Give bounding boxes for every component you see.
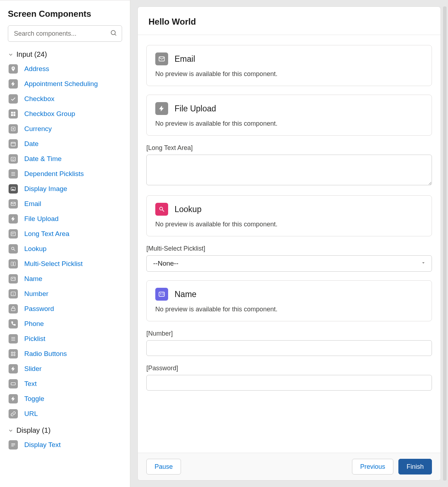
component-item[interactable]: Text <box>9 376 122 391</box>
field-label: [Password] <box>146 365 432 372</box>
svg-rect-19 <box>14 262 15 266</box>
component-label: Date <box>24 140 39 148</box>
phone-icon <box>9 319 18 328</box>
component-label: Dependent Picklists <box>24 170 84 178</box>
currency-icon <box>9 124 18 134</box>
svg-rect-27 <box>11 337 15 337</box>
component-item[interactable]: Checkbox <box>9 91 122 106</box>
svg-point-16 <box>11 247 14 250</box>
component-item[interactable]: Name <box>9 271 122 286</box>
component-item[interactable]: Lookup <box>9 241 122 256</box>
svg-rect-9 <box>11 174 15 174</box>
screen-title: Hello World <box>149 17 430 27</box>
component-item[interactable]: Email <box>9 196 122 211</box>
chevron-down-icon <box>8 52 14 57</box>
preview-block[interactable]: Name No preview is available for this co… <box>146 280 432 321</box>
name-icon <box>9 274 18 283</box>
component-item[interactable]: Radio Buttons <box>9 346 122 361</box>
component-label: File Upload <box>24 215 59 223</box>
bolt-icon <box>9 364 18 373</box>
component-item[interactable]: Display Text <box>9 437 122 452</box>
component-label: Multi-Select Picklist <box>24 260 83 268</box>
component-item[interactable]: Appointment Scheduling <box>9 76 122 91</box>
component-label: Text <box>24 380 37 388</box>
svg-rect-13 <box>11 232 15 236</box>
lookup-icon <box>9 244 18 253</box>
field-label: [Long Text Area] <box>146 144 432 152</box>
component-label: Email <box>24 200 41 208</box>
svg-rect-34 <box>11 383 15 385</box>
component-item[interactable]: Slider <box>9 361 122 376</box>
password-icon <box>9 304 18 313</box>
finish-button[interactable]: Finish <box>398 459 432 475</box>
preview-title: Lookup <box>175 205 201 214</box>
svg-point-30 <box>11 352 13 353</box>
location-icon <box>9 64 18 74</box>
component-item[interactable]: Address <box>9 61 122 76</box>
svg-point-33 <box>14 354 15 356</box>
component-label: Display Text <box>24 441 61 449</box>
long-text-area-input[interactable] <box>146 155 432 185</box>
preview-title: Name <box>175 290 196 299</box>
list-icon <box>9 169 18 179</box>
scrollbar[interactable] <box>443 6 447 481</box>
bolt-icon <box>9 394 18 403</box>
category-head[interactable]: Display (1) <box>0 423 130 437</box>
password-input[interactable] <box>146 375 432 391</box>
component-item[interactable]: 1 Number <box>9 286 122 301</box>
no-preview-message: No preview is available for this compone… <box>155 306 423 313</box>
number-icon: 1 <box>9 289 18 298</box>
multiselect-picklist[interactable]: --None-- <box>146 255 432 272</box>
component-item[interactable]: Multi-Select Picklist <box>9 256 122 271</box>
component-label: Password <box>24 305 54 313</box>
textarea-icon <box>9 229 18 239</box>
component-item[interactable]: Phone <box>9 316 122 331</box>
svg-rect-37 <box>11 446 14 446</box>
component-item[interactable]: Dependent Picklists <box>9 166 122 181</box>
canvas-area: Hello World Email No preview is availabl… <box>130 0 448 487</box>
preview-block[interactable]: Lookup No preview is available for this … <box>146 195 432 236</box>
svg-point-21 <box>12 278 13 279</box>
component-item[interactable]: Password <box>9 301 122 316</box>
svg-rect-36 <box>11 445 15 445</box>
component-item[interactable]: Checkbox Group <box>9 106 122 121</box>
component-label: Picklist <box>24 335 45 343</box>
multiselect-icon <box>9 259 18 268</box>
component-label: Radio Buttons <box>24 350 67 358</box>
preview-block[interactable]: Email No preview is available for this c… <box>146 45 432 86</box>
component-item[interactable]: URL <box>9 406 122 421</box>
screen-footer: Pause Previous Finish <box>138 453 441 480</box>
component-item[interactable]: Display Image <box>9 181 122 196</box>
component-item[interactable]: Picklist <box>9 331 122 346</box>
component-item[interactable]: File Upload <box>9 211 122 226</box>
search-icon <box>110 29 117 38</box>
url-icon <box>9 409 18 418</box>
svg-rect-4 <box>11 142 15 146</box>
component-item[interactable]: Currency <box>9 121 122 136</box>
number-input[interactable] <box>146 340 432 356</box>
category-head[interactable]: Input (24) <box>0 47 130 61</box>
component-item[interactable]: Date & Time <box>9 151 122 166</box>
component-label: Display Image <box>24 185 67 193</box>
preview-block[interactable]: File Upload No preview is available for … <box>146 95 432 136</box>
search-input[interactable] <box>8 25 122 42</box>
previous-button[interactable]: Previous <box>352 459 393 475</box>
component-label: Checkbox Group <box>24 110 75 118</box>
svg-rect-28 <box>11 338 15 339</box>
component-item[interactable]: Long Text Area <box>9 226 122 241</box>
svg-rect-10 <box>11 175 15 175</box>
datetime-icon <box>9 154 18 164</box>
field-label: [Number] <box>146 330 432 337</box>
component-label: Number <box>24 290 49 298</box>
caret-down-icon <box>421 260 426 267</box>
no-preview-message: No preview is available for this compone… <box>155 221 423 228</box>
svg-rect-26 <box>11 308 15 311</box>
component-label: Date & Time <box>24 155 62 163</box>
pause-button[interactable]: Pause <box>146 459 181 475</box>
component-item[interactable]: Date <box>9 136 122 151</box>
text-icon <box>9 379 18 388</box>
bolt-icon <box>9 79 18 89</box>
no-preview-message: No preview is available for this compone… <box>155 120 423 127</box>
field-label: [Multi-Select Picklist] <box>146 245 432 252</box>
component-item[interactable]: Toggle <box>9 391 122 406</box>
